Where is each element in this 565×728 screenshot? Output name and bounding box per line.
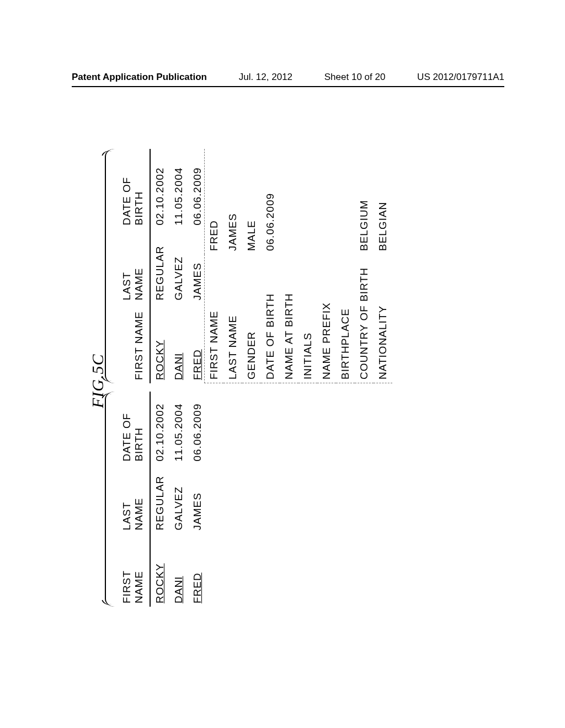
list-pane-after: FIRST NAME LAST NAME DATE OF BIRTH ROCKY	[119, 149, 207, 383]
detail-value	[280, 149, 299, 254]
dob-cell: 02.10.2002	[150, 392, 169, 465]
detail-value	[336, 149, 355, 254]
last-name-cell: REGULAR	[150, 465, 169, 534]
detail-label: BIRTHPLACE	[336, 254, 355, 383]
col-first-name: FIRST NAME	[119, 533, 150, 607]
sheet-number: Sheet 10 of 20	[324, 72, 386, 83]
first-name-link[interactable]: FRED	[191, 572, 203, 603]
detail-value: MALE	[242, 149, 261, 254]
detail-value: FRED	[205, 149, 224, 254]
table-row: ROCKY REGULAR 02.10.2002	[150, 392, 169, 607]
detail-label: FIRST NAME	[205, 254, 224, 383]
person-details-panel: FIRST NAME FRED LAST NAME JAMES GENDER M…	[204, 149, 392, 383]
last-name-cell: GALVEZ	[169, 229, 188, 304]
detail-value: 06.06.2009	[261, 149, 280, 254]
detail-row: GENDER MALE	[242, 149, 261, 383]
dob-cell: 11.05.2004	[169, 392, 188, 465]
detail-label: LAST NAME	[223, 254, 242, 383]
first-name-link[interactable]: ROCKY	[154, 340, 166, 380]
detail-label: COUNTRY OF BIRTH	[355, 254, 374, 383]
figure-5c: FIG.5C FIRST NAME LAST NAME DATE OF BIRT…	[88, 121, 475, 629]
first-name-link[interactable]: DANI	[173, 353, 184, 380]
first-name-link[interactable]: DANI	[173, 576, 184, 603]
dob-cell: 02.10.2002	[150, 149, 169, 229]
col-last-name: LAST NAME	[119, 465, 150, 534]
detail-row: LAST NAME JAMES	[223, 149, 242, 383]
dob-cell: 11.05.2004	[169, 149, 188, 229]
detail-label: NAME AT BIRTH	[280, 254, 299, 383]
detail-value	[317, 149, 336, 254]
brace-icon	[105, 392, 119, 607]
detail-row: NAME PREFIX	[317, 149, 336, 383]
detail-value: BELGIAN	[374, 149, 392, 254]
dob-cell: 06.06.2009	[188, 392, 207, 465]
page-header: Patent Application Publication Jul. 12, …	[72, 72, 504, 87]
table-row: ROCKY REGULAR 02.10.2002	[150, 149, 169, 383]
detail-row: INITIALS	[299, 149, 317, 383]
table-row: FRED JAMES 06.06.2009	[188, 392, 207, 607]
last-name-cell: REGULAR	[150, 229, 169, 304]
pub-number: US 2012/0179711A1	[417, 72, 504, 83]
detail-value	[299, 149, 317, 254]
brace-icon	[105, 149, 119, 383]
detail-label: NATIONALITY	[374, 254, 392, 383]
detail-row: FIRST NAME FRED	[205, 149, 224, 383]
col-dob: DATE OF BIRTH	[119, 149, 150, 229]
first-name-link[interactable]: FRED	[191, 349, 203, 380]
detail-row: DATE OF BIRTH 06.06.2009	[261, 149, 280, 383]
pub-label: Patent Application Publication	[72, 72, 207, 83]
last-name-cell: GALVEZ	[169, 465, 188, 534]
table-row: DANI GALVEZ 11.05.2004	[169, 392, 188, 607]
detail-label: GENDER	[242, 254, 261, 383]
detail-value: JAMES	[223, 149, 242, 254]
col-first-name: FIRST NAME	[119, 304, 150, 384]
name-list-table-left: FIRST NAME LAST NAME DATE OF BIRTH ROCKY	[119, 392, 207, 607]
last-name-cell: JAMES	[188, 465, 207, 534]
detail-label: DATE OF BIRTH	[261, 254, 280, 383]
col-last-name: LAST NAME	[119, 229, 150, 304]
detail-value: BELGIUM	[355, 149, 374, 254]
table-row: DANI GALVEZ 11.05.2004	[169, 149, 188, 383]
col-dob: DATE OF BIRTH	[119, 392, 150, 465]
detail-row: COUNTRY OF BIRTH BELGIUM	[355, 149, 374, 383]
name-list-table-right: FIRST NAME LAST NAME DATE OF BIRTH ROCKY	[119, 149, 207, 383]
detail-row: BIRTHPLACE	[336, 149, 355, 383]
detail-row: NAME AT BIRTH	[280, 149, 299, 383]
pub-date: Jul. 12, 2012	[239, 72, 292, 83]
figure-caption: FIG.5C	[88, 354, 107, 409]
list-pane-before: FIRST NAME LAST NAME DATE OF BIRTH ROCKY	[119, 392, 207, 607]
detail-label: INITIALS	[299, 254, 317, 383]
detail-row: NATIONALITY BELGIAN	[374, 149, 392, 383]
first-name-link[interactable]: ROCKY	[154, 563, 166, 603]
detail-label: NAME PREFIX	[317, 254, 336, 383]
